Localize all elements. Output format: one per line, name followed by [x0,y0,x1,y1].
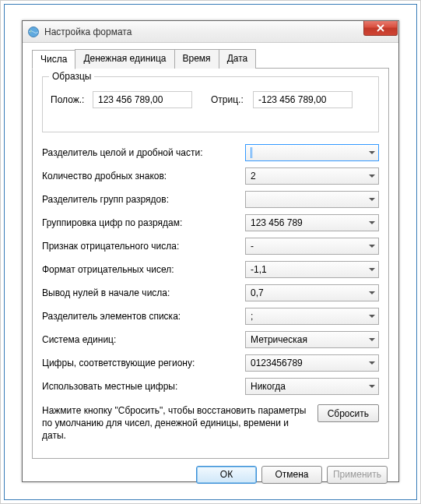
row-decimal-sep: Разделитель целой и дробной части: [42,143,379,161]
tab-strip: Числа Денежная единица Время Дата [32,49,389,69]
samples-row: Полож.: 123 456 789,00 Отриц.: -123 456 … [51,91,370,108]
label-use-native: Использовать местные цифры: [42,381,245,392]
label-list-sep: Разделитель элементов списка: [42,311,245,322]
cancel-button[interactable]: Отмена [261,466,322,484]
globe-icon [27,26,40,38]
label-grouping: Группировка цифр по разрядам: [42,217,245,228]
negative-sample: -123 456 789,00 [253,91,353,108]
dialog-content: Числа Денежная единица Время Дата Образц… [23,43,398,492]
close-icon [377,24,384,32]
reset-text: Нажмите кнопку "Сбросить", чтобы восстан… [42,404,310,442]
combo-list-sep[interactable]: ; [245,308,379,325]
label-neg-sign: Признак отрицательного числа: [42,241,245,252]
combo-decimal-digits[interactable]: 2 [245,167,379,185]
reset-button[interactable]: Сбросить [318,404,379,422]
row-neg-format: Формат отрицательных чисел: -1,1 [42,260,379,278]
label-decimal-digits: Количество дробных знаков: [42,171,245,182]
chevron-down-icon [369,198,375,201]
combo-leading-zero[interactable]: 0,7 [245,284,379,301]
row-group-sep: Разделитель групп разрядов: [42,190,379,208]
apply-button: Применить [327,466,388,484]
row-leading-zero: Вывод нулей в начале числа: 0,7 [42,284,379,301]
combo-group-sep[interactable] [245,191,379,208]
ok-button[interactable]: ОК [196,466,257,484]
positive-label: Полож.: [51,94,88,105]
chevron-down-icon [369,174,375,178]
label-native-digits: Цифры, соответствующие региону: [42,358,245,368]
chevron-down-icon [369,291,375,294]
label-leading-zero: Вывод нулей в начале числа: [42,287,245,298]
footer-buttons: ОК Отмена Применить [32,466,389,484]
combo-decimal-sep[interactable] [245,144,379,161]
label-measure: Система единиц: [42,334,245,345]
positive-sample: 123 456 789,00 [93,91,192,108]
label-decimal-sep: Разделитель целой и дробной части: [42,147,245,158]
tab-date[interactable]: Дата [219,49,257,69]
row-neg-sign: Признак отрицательного числа: - [42,237,379,255]
row-use-native: Использовать местные цифры: Никогда [42,377,379,395]
tab-currency[interactable]: Денежная единица [75,49,174,69]
combo-neg-format[interactable]: -1,1 [245,261,379,278]
combo-neg-sign[interactable]: - [245,238,379,255]
chevron-down-icon [369,361,375,365]
titlebar: Настройка формата [23,21,398,43]
label-neg-format: Формат отрицательных чисел: [42,264,245,275]
window-title: Настройка формата [44,26,363,37]
row-decimal-digits: Количество дробных знаков: 2 [42,167,379,185]
combo-use-native[interactable]: Никогда [245,378,379,395]
row-measure: Система единиц: Метрическая [42,330,379,348]
combo-grouping[interactable]: 123 456 789 [245,214,379,231]
chevron-down-icon [369,221,375,224]
chevron-down-icon [369,151,375,154]
chevron-down-icon [369,268,375,271]
label-group-sep: Разделитель групп разрядов: [42,194,245,205]
combo-native-digits[interactable]: 0123456789 [245,354,379,372]
tab-time[interactable]: Время [174,49,219,69]
tab-panel-numbers: Образцы Полож.: 123 456 789,00 Отриц.: -… [32,68,389,459]
chevron-down-icon [369,338,375,341]
chevron-down-icon [369,245,375,248]
outer-frame: Настройка формата Числа Денежная единица… [4,4,417,500]
row-native-digits: Цифры, соответствующие региону: 01234567… [42,354,379,372]
reset-row: Нажмите кнопку "Сбросить", чтобы восстан… [42,404,379,442]
samples-group: Образцы Полож.: 123 456 789,00 Отриц.: -… [42,76,379,132]
samples-legend: Образцы [49,71,94,82]
dialog-window: Настройка формата Числа Денежная единица… [22,20,399,482]
row-list-sep: Разделитель элементов списка: ; [42,307,379,325]
close-button[interactable] [363,21,398,36]
negative-label: Отриц.: [211,94,248,105]
combo-measure[interactable]: Метрическая [245,331,379,348]
row-grouping: Группировка цифр по разрядам: 123 456 78… [42,213,379,231]
tab-numbers[interactable]: Числа [32,50,75,69]
chevron-down-icon [369,315,375,318]
chevron-down-icon [369,385,375,388]
